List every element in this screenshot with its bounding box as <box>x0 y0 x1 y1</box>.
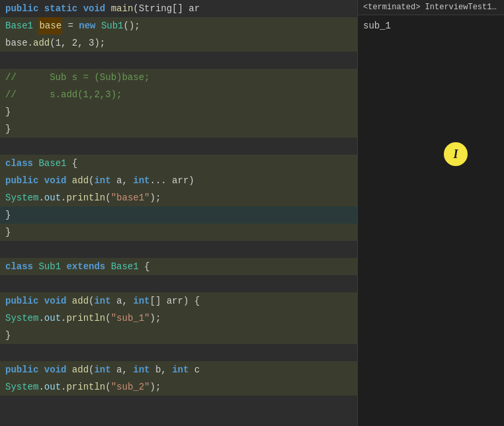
token-str: "base1" <box>111 189 150 206</box>
token-plain: c <box>189 361 200 378</box>
token-plain: . <box>61 189 66 206</box>
token-str: "sub_1" <box>111 310 150 327</box>
token-method: add <box>72 361 89 378</box>
token-plain <box>77 0 83 17</box>
token-plain: } <box>5 327 11 344</box>
token-kw: int <box>133 361 149 378</box>
token-kw: class <box>5 258 33 275</box>
code-line: } <box>0 206 357 224</box>
token-plain: ( <box>89 292 94 310</box>
console-output: sub_1 <box>358 15 504 426</box>
token-kw-void: void <box>83 0 106 17</box>
token-plain <box>33 258 38 275</box>
token-plain: } <box>5 120 11 138</box>
token-plain <box>33 17 38 34</box>
token-plain: ( <box>89 361 94 378</box>
token-plain: ... arr) <box>150 172 194 189</box>
code-line <box>0 275 357 292</box>
token-kw: static <box>44 0 77 17</box>
token-var-base: base <box>38 17 62 34</box>
code-line <box>0 241 357 258</box>
token-plain <box>38 292 44 310</box>
token-method: println <box>66 310 105 327</box>
code-line: base.add(1, 2, 3); <box>0 34 357 52</box>
token-kw-void: void <box>44 361 67 378</box>
code-line <box>0 52 357 69</box>
token-plain: (String[] ar <box>133 0 200 17</box>
token-plain: ( <box>105 378 110 396</box>
token-method: main <box>111 0 134 17</box>
token-comment: // s.add(1,2,3); <box>5 86 122 103</box>
token-plain: ); <box>149 189 161 206</box>
console-output-text: sub_1 <box>363 21 391 31</box>
token-type: Base1 <box>5 17 33 34</box>
token-plain: a, <box>111 172 134 189</box>
code-line <box>0 138 357 155</box>
token-method: add <box>72 292 89 310</box>
token-var: out <box>44 189 61 206</box>
token-plain: = <box>62 17 79 34</box>
token-kw: public <box>5 361 38 378</box>
token-type: Base1 <box>111 258 139 275</box>
code-area: public static void main(String[] arBase1… <box>0 0 357 396</box>
token-kw: int <box>94 292 110 310</box>
token-plain <box>33 155 38 172</box>
token-plain <box>38 361 44 378</box>
token-plain: (); <box>123 17 140 34</box>
token-plain: ( <box>105 189 110 206</box>
token-plain <box>95 17 101 34</box>
code-line: public static void main(String[] ar <box>0 0 357 17</box>
right-pane: <terminated> InterviewTest1 [Jav sub_1 I <box>357 0 504 426</box>
token-plain: { <box>66 155 77 172</box>
token-kw: new <box>79 17 95 34</box>
token-type: Base1 <box>38 155 66 172</box>
token-str: "sub_2" <box>111 378 150 396</box>
token-plain: a, <box>111 361 134 378</box>
token-type: System <box>5 189 38 206</box>
token-plain: ); <box>149 310 161 327</box>
token-plain: ( <box>105 310 110 327</box>
token-var: out <box>44 378 61 396</box>
token-type: Sub1 <box>101 17 124 34</box>
token-plain <box>105 0 110 17</box>
token-kw: int <box>94 172 110 189</box>
token-plain <box>61 258 66 275</box>
token-plain <box>38 172 44 189</box>
code-line: public void add(int a, int[] arr) { <box>0 292 357 310</box>
token-plain: . <box>61 310 66 327</box>
token-kw: int <box>172 361 189 378</box>
token-comment: // Sub s = (Sub)base; <box>5 69 149 86</box>
token-plain: } <box>5 103 11 120</box>
token-kw-void: void <box>44 172 67 189</box>
token-plain: . <box>38 189 44 206</box>
token-type: System <box>5 378 38 396</box>
code-line <box>0 344 357 361</box>
token-kw: public <box>5 172 38 189</box>
token-kw: public <box>5 0 38 17</box>
editor-pane[interactable]: public static void main(String[] arBase1… <box>0 0 357 426</box>
code-line: class Sub1 extends Base1 { <box>0 258 357 275</box>
token-kw: public <box>5 292 38 310</box>
token-plain: . <box>61 378 66 396</box>
token-method: println <box>66 189 105 206</box>
token-kw: extends <box>66 258 105 275</box>
token-method: add <box>33 34 50 52</box>
code-line: } <box>0 103 357 120</box>
token-plain <box>38 0 44 17</box>
token-type: System <box>5 310 38 327</box>
token-kw: int <box>133 172 149 189</box>
code-line: public void add(int a, int b, int c <box>0 361 357 378</box>
token-kw: int <box>94 361 110 378</box>
token-plain: ); <box>149 378 161 396</box>
token-plain: (1, 2, 3); <box>50 34 105 52</box>
code-line: // s.add(1,2,3); <box>0 86 357 103</box>
code-line: public void add(int a, int... arr) <box>0 172 357 189</box>
token-plain <box>66 292 71 310</box>
token-type: Sub1 <box>38 258 61 275</box>
token-plain: b, <box>150 361 173 378</box>
token-plain: } <box>5 224 11 241</box>
token-plain: [] arr) { <box>150 292 200 310</box>
console-header: <terminated> InterviewTest1 [Jav <box>358 0 504 15</box>
token-plain: a, <box>111 292 134 310</box>
code-line: System.out.println("sub_2"); <box>0 378 357 396</box>
